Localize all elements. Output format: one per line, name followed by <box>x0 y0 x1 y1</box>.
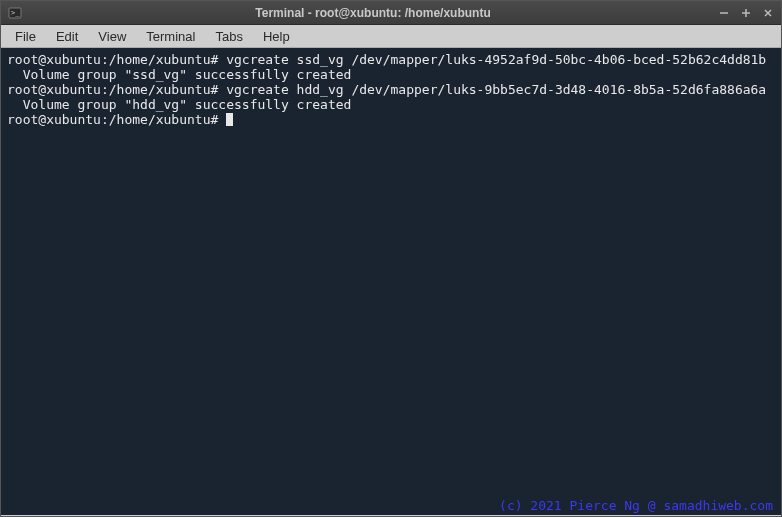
menu-edit[interactable]: Edit <box>46 26 88 47</box>
close-button[interactable] <box>761 6 775 20</box>
output: Volume group "hdd_vg" successfully creat… <box>7 97 351 112</box>
menu-tabs[interactable]: Tabs <box>205 26 252 47</box>
svg-text:>_: >_ <box>11 9 20 17</box>
prompt: root@xubuntu:/home/xubuntu# <box>7 52 226 67</box>
maximize-button[interactable] <box>739 6 753 20</box>
menu-help[interactable]: Help <box>253 26 300 47</box>
cursor <box>226 113 233 126</box>
watermark: (c) 2021 Pierce Ng @ samadhiweb.com <box>499 498 773 513</box>
terminal-line: root@xubuntu:/home/xubuntu# vgcreate hdd… <box>7 82 775 97</box>
window-title: Terminal - root@xubuntu: /home/xubuntu <box>29 6 717 20</box>
command: vgcreate hdd_vg /dev/mapper/luks-9bb5ec7… <box>226 82 766 97</box>
terminal-line: Volume group "ssd_vg" successfully creat… <box>7 67 775 82</box>
menubar: File Edit View Terminal Tabs Help <box>1 25 781 48</box>
command: vgcreate ssd_vg /dev/mapper/luks-4952af9… <box>226 52 766 67</box>
prompt: root@xubuntu:/home/xubuntu# <box>7 112 226 127</box>
window-titlebar: >_ Terminal - root@xubuntu: /home/xubunt… <box>1 1 781 25</box>
terminal-line: root@xubuntu:/home/xubuntu# vgcreate ssd… <box>7 52 775 67</box>
menu-file[interactable]: File <box>5 26 46 47</box>
output: Volume group "ssd_vg" successfully creat… <box>7 67 351 82</box>
window-controls <box>717 6 775 20</box>
minimize-button[interactable] <box>717 6 731 20</box>
terminal-viewport[interactable]: root@xubuntu:/home/xubuntu# vgcreate ssd… <box>1 48 781 515</box>
menu-view[interactable]: View <box>88 26 136 47</box>
terminal-icon: >_ <box>7 5 23 21</box>
terminal-line: Volume group "hdd_vg" successfully creat… <box>7 97 775 112</box>
menu-terminal[interactable]: Terminal <box>136 26 205 47</box>
terminal-line: root@xubuntu:/home/xubuntu# <box>7 112 775 127</box>
prompt: root@xubuntu:/home/xubuntu# <box>7 82 226 97</box>
